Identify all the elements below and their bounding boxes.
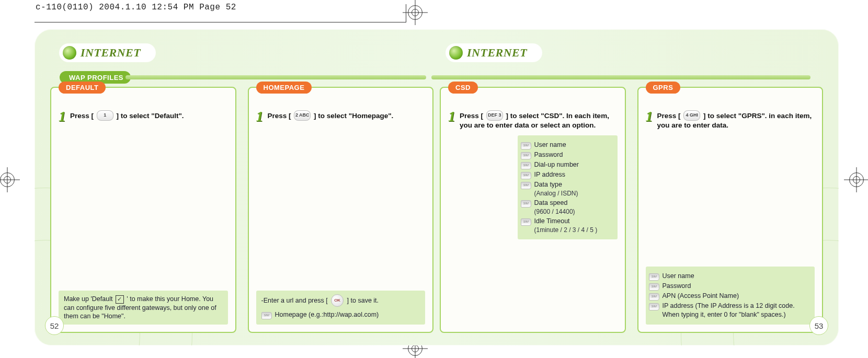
step-text: Press [ DEF 3 ] to select "CSD". In each… xyxy=(460,111,618,130)
section-ribbon xyxy=(437,71,814,84)
list-item-sub: (Analog / ISDN) xyxy=(534,189,578,198)
list-item: Dial-up number xyxy=(534,161,579,168)
chapter-heading: INTERNET xyxy=(60,44,155,62)
chapter-heading: INTERNET xyxy=(446,44,542,62)
list-item: Homepage (e.g.:http://wap.aol.com) xyxy=(275,310,379,319)
checkbox-icon: ✓ xyxy=(116,295,124,304)
keycap-4-icon: 4 GHI xyxy=(683,110,700,121)
sim-icon: SIM xyxy=(521,172,531,179)
card-csd: CSD 1 Press [ DEF 3 ] to select "CSD". I… xyxy=(440,87,626,333)
sim-icon: SIM xyxy=(649,293,659,301)
step-text: Press [ 4 GHI ] to select "GPRS". in eac… xyxy=(657,111,815,130)
chapter-title: INTERNET xyxy=(467,46,527,60)
sim-icon: SIM xyxy=(649,273,659,281)
list-item: IP address xyxy=(534,171,566,178)
list-item: APN (Access Point Name) xyxy=(663,292,739,299)
list-item: User name xyxy=(663,272,694,280)
chapter-title: INTERNET xyxy=(81,46,141,60)
list-item: Password xyxy=(534,151,563,158)
card-heading: GPRS xyxy=(646,82,681,94)
keycap-2-icon: 2 ABC xyxy=(294,110,311,121)
card-heading: HOMEPAGE xyxy=(256,82,312,94)
card-gprs: GPRS 1 Press [ 4 GHI ] to select "GPRS".… xyxy=(637,87,824,333)
keycap-3-icon: DEF 3 xyxy=(486,110,503,121)
list-item-sub: (1minute / 2 / 3 / 4 / 5 ) xyxy=(534,226,598,234)
list-item: Idle Timeout xyxy=(534,217,570,225)
ok-key-icon: OK xyxy=(331,294,344,307)
section-ribbon: WAP PROFILES xyxy=(60,71,429,84)
step-number-icon: 1 xyxy=(256,111,264,122)
list-item-sub: (9600 / 14400) xyxy=(534,207,575,216)
keycap-1-icon: 1 xyxy=(97,110,113,121)
page-number: 53 xyxy=(809,316,828,335)
sim-icon: SIM xyxy=(521,182,531,189)
sim-icon: SIM xyxy=(649,283,659,291)
sim-icon: SIM xyxy=(521,162,531,169)
step-text: Press [ 2 ABC ] to select "Homepage". xyxy=(268,111,394,121)
card-heading: DEFAULT xyxy=(59,82,106,94)
card-homepage: HOMEPAGE 1 Press [ 2 ABC ] to select "Ho… xyxy=(248,87,434,333)
print-stamp: c-110(0110) 2004.1.10 12:54 PM Page 52 xyxy=(36,3,236,12)
sim-icon: SIM xyxy=(521,152,531,159)
sim-icon: SIM xyxy=(649,303,659,310)
list-item: IP address (The IP Address is a 12 digit… xyxy=(663,302,795,318)
registration-mark xyxy=(0,167,20,192)
card-heading: CSD xyxy=(448,82,478,94)
chapter-dot-icon xyxy=(63,46,76,60)
sim-icon: SIM xyxy=(521,142,531,149)
registration-mark xyxy=(844,167,868,192)
step-number-icon: 1 xyxy=(646,111,653,122)
info-note: Make up 'Default ✓ ' to make this your H… xyxy=(59,291,228,325)
list-item: Data speed xyxy=(534,199,568,206)
list-item: User name xyxy=(534,141,566,148)
chapter-dot-icon xyxy=(449,46,463,60)
sim-icon: SIM xyxy=(521,200,531,207)
step-text: Press [ 1 ] to select "Default". xyxy=(70,111,184,121)
step-number-icon: 1 xyxy=(448,111,455,122)
card-default: DEFAULT 1 Press [ 1 ] to select "Default… xyxy=(50,87,236,333)
option-list: SIMUser name SIMPassword SIMAPN (Access … xyxy=(646,267,815,325)
option-list: SIMUser name SIMPassword SIMDial-up numb… xyxy=(518,135,618,239)
step-number-icon: 1 xyxy=(59,111,66,122)
sim-icon: SIM xyxy=(521,218,531,226)
list-item: Data type xyxy=(534,181,563,188)
sim-icon: SIM xyxy=(261,312,272,319)
page-number: 52 xyxy=(45,316,64,335)
info-note: -Enter a url and press [ OK ] to save it… xyxy=(256,291,426,325)
registration-mark xyxy=(403,0,428,25)
list-item: Password xyxy=(663,282,691,290)
